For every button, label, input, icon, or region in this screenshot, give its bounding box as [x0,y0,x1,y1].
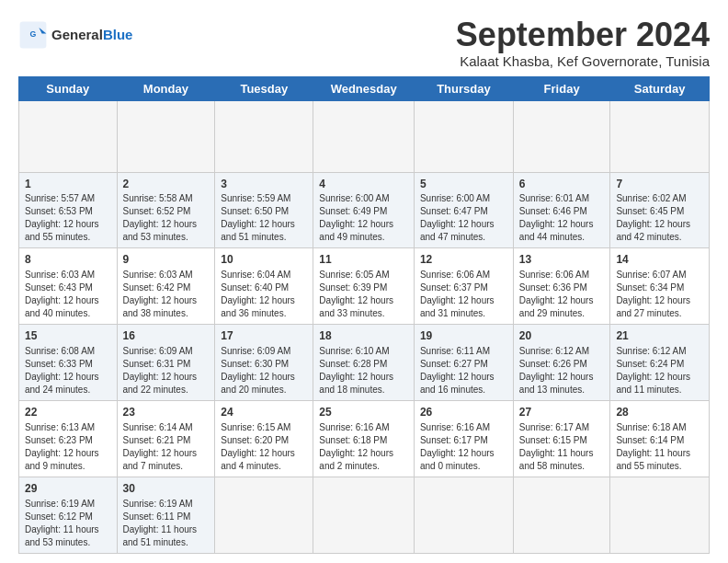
calendar-week-2: 8Sunrise: 6:03 AMSunset: 6:43 PMDaylight… [19,248,710,325]
calendar-cell [610,477,710,553]
col-friday: Friday [513,76,610,100]
day-number: 7 [616,177,703,192]
day-info: Sunrise: 6:13 AM [25,421,111,434]
calendar-cell: 13Sunrise: 6:06 AMSunset: 6:36 PMDayligh… [513,248,610,325]
day-info: and 4 minutes. [221,460,307,473]
day-number: 4 [319,177,408,192]
day-number: 20 [519,328,605,344]
calendar-cell: 30Sunrise: 6:19 AMSunset: 6:11 PMDayligh… [117,477,215,553]
day-info: Sunrise: 6:15 AM [221,421,307,434]
calendar-cell: 18Sunrise: 6:10 AMSunset: 6:28 PMDayligh… [313,325,415,401]
day-info: Sunrise: 6:00 AM [420,192,507,205]
day-info: Sunrise: 5:58 AM [123,192,210,205]
day-info: and 27 minutes. [616,307,703,320]
day-info: and 51 minutes. [123,536,210,549]
calendar-cell [117,100,215,172]
day-info: Daylight: 12 hours [519,371,605,384]
day-number: 21 [616,328,703,344]
day-info: Sunrise: 6:17 AM [519,421,605,434]
calendar-cell [215,100,313,172]
calendar-cell: 3Sunrise: 5:59 AMSunset: 6:50 PMDaylight… [215,172,313,248]
calendar-week-1: 1Sunrise: 5:57 AMSunset: 6:53 PMDaylight… [19,172,710,248]
day-info: Sunrise: 6:10 AM [319,345,408,358]
day-number: 18 [319,328,408,344]
day-info: and 16 minutes. [420,384,507,396]
day-info: Daylight: 12 hours [123,294,210,307]
day-info: Sunset: 6:52 PM [123,205,210,218]
day-info: Sunrise: 6:09 AM [221,345,307,358]
day-info: Sunset: 6:20 PM [221,434,307,447]
day-info: Daylight: 12 hours [519,218,605,231]
day-info: Daylight: 12 hours [420,218,507,231]
day-info: Sunrise: 6:01 AM [519,192,605,205]
day-info: Daylight: 12 hours [123,447,210,460]
day-info: Daylight: 12 hours [319,447,408,460]
day-info: and 53 minutes. [25,536,111,549]
day-info: and 11 minutes. [616,384,703,396]
day-number: 23 [123,405,210,420]
day-number: 25 [319,405,408,420]
day-info: and 51 minutes. [221,231,307,244]
calendar-cell [313,100,415,172]
calendar-cell: 5Sunrise: 6:00 AMSunset: 6:47 PMDaylight… [414,172,513,248]
day-info: and 9 minutes. [25,460,111,473]
day-number: 3 [221,177,307,192]
calendar-cell: 12Sunrise: 6:06 AMSunset: 6:37 PMDayligh… [414,248,513,325]
day-info: Sunset: 6:43 PM [25,282,111,294]
calendar-cell [513,477,610,553]
title-block: September 2024 Kalaat Khasba, Kef Govern… [456,17,710,69]
day-number: 16 [123,328,210,344]
month-title: September 2024 [456,17,710,53]
day-number: 26 [420,405,507,420]
day-info: Sunset: 6:50 PM [221,205,307,218]
day-info: Sunset: 6:39 PM [319,282,408,294]
day-info: Sunset: 6:17 PM [420,434,507,447]
day-info: Sunrise: 6:04 AM [221,269,307,282]
day-info: Sunrise: 6:19 AM [25,498,111,511]
day-info: and 58 minutes. [519,460,605,473]
day-info: Sunset: 6:30 PM [221,358,307,371]
calendar-cell: 23Sunrise: 6:14 AMSunset: 6:21 PMDayligh… [117,400,215,477]
header-row: Sunday Monday Tuesday Wednesday Thursday… [19,76,710,100]
calendar-cell: 9Sunrise: 6:03 AMSunset: 6:42 PMDaylight… [117,248,215,325]
day-info: Sunrise: 5:57 AM [25,192,111,205]
day-info: Daylight: 12 hours [616,371,703,384]
calendar-week-3: 15Sunrise: 6:08 AMSunset: 6:33 PMDayligh… [19,325,710,401]
day-info: Sunrise: 6:19 AM [123,498,210,511]
day-info: Daylight: 12 hours [25,371,111,384]
day-info: Sunrise: 6:09 AM [123,345,210,358]
day-number: 11 [319,252,408,268]
day-info: and 18 minutes. [319,384,408,396]
day-info: Daylight: 12 hours [319,294,408,307]
day-info: and 38 minutes. [123,307,210,320]
day-info: Daylight: 11 hours [123,523,210,536]
day-info: and 7 minutes. [123,460,210,473]
day-info: and 31 minutes. [420,307,507,320]
calendar-cell: 7Sunrise: 6:02 AMSunset: 6:45 PMDaylight… [610,172,710,248]
day-info: and 44 minutes. [519,231,605,244]
day-info: and 55 minutes. [25,231,111,244]
day-info: and 49 minutes. [319,231,408,244]
calendar-cell: 19Sunrise: 6:11 AMSunset: 6:27 PMDayligh… [414,325,513,401]
day-info: Daylight: 12 hours [123,371,210,384]
day-number: 22 [25,405,111,420]
day-info: Sunrise: 6:03 AM [123,269,210,282]
day-info: Sunset: 6:31 PM [123,358,210,371]
day-info: Sunset: 6:27 PM [420,358,507,371]
calendar-cell: 11Sunrise: 6:05 AMSunset: 6:39 PMDayligh… [313,248,415,325]
calendar-cell [215,477,313,553]
day-number: 27 [519,405,605,420]
logo-general: General [51,27,103,42]
col-saturday: Saturday [610,76,710,100]
day-info: and 0 minutes. [420,460,507,473]
day-info: Sunset: 6:42 PM [123,282,210,294]
day-number: 13 [519,252,605,268]
day-info: and 55 minutes. [616,460,703,473]
day-info: Sunset: 6:47 PM [420,205,507,218]
day-info: Sunset: 6:34 PM [616,282,703,294]
day-info: Daylight: 12 hours [616,294,703,307]
calendar-cell: 2Sunrise: 5:58 AMSunset: 6:52 PMDaylight… [117,172,215,248]
day-info: Sunrise: 6:05 AM [319,269,408,282]
col-sunday: Sunday [19,76,118,100]
day-info: Daylight: 11 hours [25,523,111,536]
